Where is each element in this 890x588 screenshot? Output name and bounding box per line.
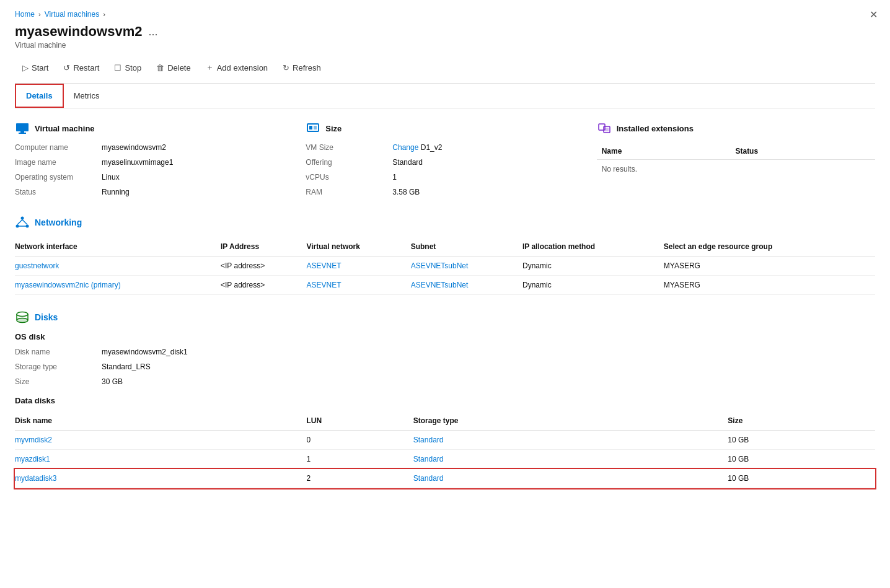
tabs: Details Metrics [15,84,875,108]
close-button[interactable]: ✕ [870,9,878,20]
vm-section-title: Virtual machine [35,124,95,133]
net-row-1: guestnetwork <IP address> ASEVNET ASEVNE… [15,257,875,276]
prop-value-status: Running [102,188,130,196]
networking-section-title: Networking [35,217,82,227]
networking-section: Networking Network interface IP Address … [15,215,875,295]
tab-details[interactable]: Details [15,84,64,108]
prop-label-offering: Offering [306,158,380,167]
more-options-icon[interactable]: ... [148,25,157,38]
change-size-link[interactable]: Change [392,143,418,152]
disks-section: Disks OS disk Disk name myasewindowsvm2_… [15,310,875,488]
restart-button[interactable]: ↺ Restart [56,59,107,76]
ext-section-header: Installed extensions [597,121,875,136]
net-col-method: IP allocation method [522,237,664,257]
svg-rect-0 [16,123,29,131]
stop-button[interactable]: ☐ Stop [107,59,149,76]
dd-name-2[interactable]: myazdisk1 [15,450,306,469]
dd-col-size: Size [728,411,875,431]
dd-col-storage: Storage type [413,411,728,431]
size-icon [306,121,320,136]
delete-button[interactable]: 🗑 Delete [149,59,198,76]
net-method-2: Dynamic [522,276,664,295]
svg-rect-8 [605,128,609,131]
dd-col-name: Disk name [15,411,306,431]
prop-image-name: Image name myaselinuxvmimage1 [15,158,293,167]
dd-size-2: 10 GB [728,450,875,469]
dd-name-1[interactable]: myvmdisk2 [15,431,306,450]
title-row: myasewindowsvm2 ... [15,24,875,40]
net-ip-1: <IP address> [221,257,306,276]
tab-metrics[interactable]: Metrics [64,84,110,108]
prop-label-disk-name: Disk name [15,348,89,356]
breadcrumb: Home › Virtual machines › [15,10,875,19]
breadcrumb-virtual-machines[interactable]: Virtual machines [45,10,100,19]
ext-section: Installed extensions Name Status No resu… [597,121,875,203]
networking-icon [15,215,30,230]
ext-icon [597,121,612,136]
net-vnet-2[interactable]: ASEVNET [306,276,410,295]
net-ip-2: <IP address> [221,276,306,295]
dd-lun-1: 0 [306,431,413,450]
net-subnet-1[interactable]: ASEVNETsubNet [411,257,522,276]
dd-storage-2[interactable]: Standard [413,450,728,469]
disks-icon [15,310,30,325]
add-extension-icon: ＋ [206,62,214,73]
delete-icon: 🗑 [156,63,164,72]
prop-status: Status Running [15,188,293,196]
page: ✕ Home › Virtual machines › myasewindows… [0,0,890,588]
page-subtitle: Virtual machine [15,41,875,50]
prop-value-ram: 3.58 GB [392,188,420,196]
disks-section-title: Disks [35,312,58,322]
add-extension-button[interactable]: ＋ Add extension [198,58,275,77]
prop-storage-type: Storage type Standard_LRS [15,362,875,371]
page-title: myasewindowsvm2 [15,24,142,40]
disks-section-header: Disks [15,310,875,325]
prop-label-ram: RAM [306,188,380,196]
net-col-subnet: Subnet [411,237,522,257]
dd-name-3[interactable]: mydatadisk3 [15,469,306,488]
net-col-rg: Select an edge resource group [664,237,875,257]
prop-label-status: Status [15,188,89,196]
breadcrumb-home[interactable]: Home [15,10,35,19]
svg-rect-3 [307,124,319,131]
restart-icon: ↺ [63,63,70,72]
dd-size-1: 10 GB [728,431,875,450]
prop-label-disk-size: Size [15,377,89,386]
dd-storage-1[interactable]: Standard [413,431,728,450]
networking-section-header: Networking [15,215,875,230]
svg-rect-4 [309,126,312,129]
ext-table: Name Status [597,143,875,160]
net-subnet-2[interactable]: ASEVNETsubNet [411,276,522,295]
net-col-interface: Network interface [15,237,221,257]
net-interface-2[interactable]: myasewindowsvm2nic (primary) [15,276,221,295]
net-interface-1[interactable]: guestnetwork [15,257,221,276]
prop-vm-size: VM Size Change D1_v2 [306,143,584,152]
ext-col-name: Name [597,143,731,160]
prop-ram: RAM 3.58 GB [306,188,584,196]
prop-os: Operating system Linux [15,173,293,182]
dd-lun-2: 1 [306,450,413,469]
size-section-title: Size [325,124,341,133]
refresh-button[interactable]: ↻ Refresh [275,59,328,76]
prop-label-computer-name: Computer name [15,143,89,152]
size-section: Size VM Size Change D1_v2 Offering Stand… [306,121,584,203]
prop-computer-name: Computer name myasewindowsvm2 [15,143,293,152]
dd-row-1: myvmdisk2 0 Standard 10 GB [15,431,875,450]
prop-value-image-name: myaselinuxvmimage1 [102,158,173,167]
ext-no-results: No results. [597,160,875,178]
prop-value-disk-name: myasewindowsvm2_disk1 [102,348,188,356]
vm-section-header: Virtual machine [15,121,293,136]
dd-storage-3[interactable]: Standard [413,469,728,488]
networking-table: Network interface IP Address Virtual net… [15,237,875,295]
svg-line-13 [22,220,27,225]
prop-value-os: Linux [102,173,120,182]
dd-row-3: mydatadisk3 2 Standard 10 GB [15,469,875,488]
prop-value-vm-size: Change D1_v2 [392,143,442,152]
prop-label-vcpus: vCPUs [306,173,380,182]
ext-col-status: Status [730,143,875,160]
svg-point-9 [21,217,24,220]
data-disks-title: Data disks [15,396,875,405]
start-button[interactable]: ▷ Start [15,59,56,76]
prop-disk-name: Disk name myasewindowsvm2_disk1 [15,348,875,356]
net-vnet-1[interactable]: ASEVNET [306,257,410,276]
